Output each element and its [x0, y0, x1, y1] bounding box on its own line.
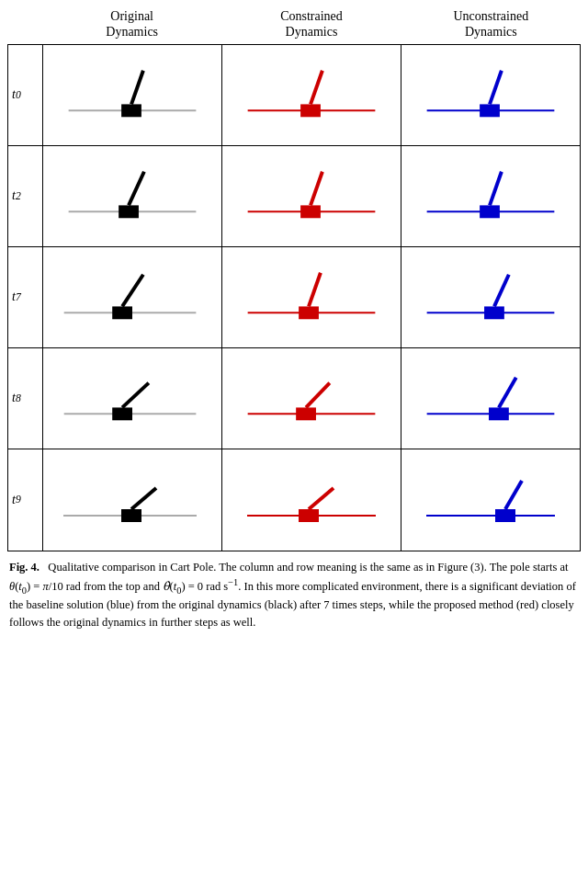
- svg-line-23: [309, 272, 321, 306]
- svg-line-8: [490, 70, 502, 104]
- cell-t9-black: [43, 449, 222, 551]
- cell-t2-black: [43, 146, 222, 246]
- svg-rect-43: [495, 509, 515, 522]
- svg-line-32: [306, 382, 330, 407]
- row-label-t9: t9: [8, 449, 43, 551]
- cell-t2-blue: [401, 146, 580, 246]
- grid-row-t7: t7: [8, 247, 580, 348]
- svg-rect-10: [119, 205, 139, 218]
- svg-rect-7: [480, 104, 500, 117]
- svg-line-20: [122, 274, 143, 306]
- svg-line-35: [499, 377, 516, 407]
- grid: t0: [7, 44, 581, 551]
- svg-rect-19: [112, 306, 132, 319]
- cell-t8-blue: [401, 348, 580, 449]
- svg-rect-28: [112, 407, 132, 420]
- svg-line-5: [311, 70, 322, 104]
- svg-line-26: [494, 274, 509, 306]
- row-label-t7: t7: [8, 247, 43, 347]
- row-label-t8: t8: [8, 348, 43, 449]
- svg-rect-34: [489, 407, 509, 420]
- svg-rect-25: [484, 306, 504, 319]
- svg-line-41: [309, 488, 334, 509]
- svg-line-14: [311, 171, 322, 205]
- caption: Fig. 4. Qualitative comparison in Cart P…: [7, 559, 581, 631]
- cell-t8-black: [43, 348, 222, 449]
- svg-rect-1: [121, 104, 141, 117]
- row-label-t0: t0: [8, 45, 43, 145]
- svg-line-17: [490, 171, 502, 205]
- cell-t9-blue: [401, 449, 580, 551]
- svg-line-2: [131, 70, 143, 104]
- svg-rect-13: [300, 205, 321, 218]
- svg-rect-31: [296, 407, 316, 420]
- grid-row-t9: t9: [8, 449, 580, 551]
- svg-rect-4: [300, 104, 321, 117]
- cell-t0-red: [222, 45, 401, 145]
- header-col-1: OriginalDynamics: [42, 9, 221, 40]
- grid-row-t2: t2: [8, 146, 580, 247]
- fig-label: Fig. 4.: [9, 561, 40, 574]
- cell-t7-red: [222, 247, 401, 347]
- grid-row-t0: t0: [8, 45, 580, 146]
- cell-t0-black: [43, 45, 222, 145]
- cell-t7-blue: [401, 247, 580, 347]
- cell-t8-red: [222, 348, 401, 449]
- svg-rect-37: [121, 509, 141, 522]
- cell-t2-red: [222, 146, 401, 246]
- row-label-t2: t2: [8, 146, 43, 246]
- header-col-3: UnconstrainedDynamics: [401, 9, 581, 40]
- header-col-2: ConstrainedDynamics: [221, 9, 401, 40]
- svg-rect-40: [299, 509, 319, 522]
- svg-rect-16: [480, 205, 500, 218]
- cell-t0-blue: [401, 45, 580, 145]
- svg-line-44: [505, 481, 522, 509]
- cell-t7-black: [43, 247, 222, 347]
- cell-t9-red: [222, 449, 401, 551]
- svg-line-11: [129, 171, 144, 205]
- main-container: OriginalDynamics ConstrainedDynamics Unc…: [0, 0, 588, 638]
- grid-row-t8: t8: [8, 348, 580, 449]
- header-label-spacer: [7, 9, 42, 40]
- svg-rect-22: [299, 306, 319, 319]
- header-row: OriginalDynamics ConstrainedDynamics Unc…: [7, 9, 581, 40]
- svg-line-29: [122, 382, 149, 407]
- svg-line-38: [131, 488, 156, 509]
